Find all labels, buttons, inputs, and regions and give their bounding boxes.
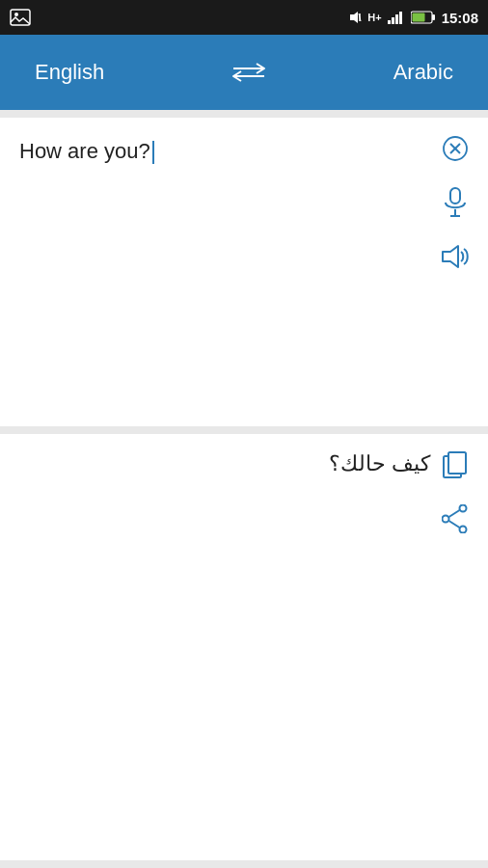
- svg-rect-6: [392, 17, 394, 24]
- svg-rect-5: [388, 20, 391, 24]
- output-text: كيف حالك؟: [19, 451, 430, 476]
- mic-button[interactable]: [436, 183, 474, 222]
- svg-rect-17: [450, 188, 460, 203]
- clear-button[interactable]: [436, 129, 474, 168]
- clear-icon: [442, 135, 469, 162]
- speaker-button[interactable]: [436, 237, 474, 276]
- copy-icon: [442, 450, 469, 479]
- source-lang-button[interactable]: English: [19, 52, 120, 93]
- copy-button[interactable]: [436, 446, 474, 484]
- status-bar-right: H+ 15:08: [348, 10, 478, 26]
- svg-marker-20: [443, 246, 458, 267]
- svg-rect-11: [412, 14, 424, 22]
- svg-point-1: [14, 13, 18, 16]
- svg-point-25: [460, 527, 467, 533]
- svg-rect-10: [432, 14, 435, 20]
- swap-languages-button[interactable]: [224, 53, 274, 92]
- mute-icon: [348, 11, 362, 24]
- svg-line-26: [449, 510, 460, 517]
- status-bar: H+ 15:08: [0, 0, 488, 35]
- signal-icon: [388, 11, 405, 24]
- input-actions: [436, 129, 474, 276]
- share-icon: [442, 504, 469, 533]
- network-type-icon: H+: [367, 12, 381, 23]
- main-content: How are you?: [0, 110, 488, 868]
- battery-icon: [411, 11, 436, 24]
- text-cursor: [152, 141, 154, 164]
- status-time: 15:08: [442, 10, 478, 26]
- svg-rect-0: [11, 10, 30, 25]
- share-button[interactable]: [436, 500, 474, 538]
- status-bar-left: [10, 9, 31, 26]
- input-text: How are you?: [19, 139, 150, 163]
- target-lang-button[interactable]: Arabic: [378, 52, 469, 93]
- svg-line-27: [449, 521, 460, 528]
- svg-rect-7: [395, 14, 398, 24]
- svg-rect-22: [448, 452, 466, 474]
- output-panel: كيف حالك؟: [0, 434, 488, 860]
- app-header: English Arabic: [0, 35, 488, 110]
- output-actions: [436, 446, 474, 538]
- svg-point-24: [443, 516, 449, 523]
- speaker-icon: [441, 243, 470, 270]
- svg-point-23: [460, 505, 467, 512]
- swap-icon: [231, 61, 266, 84]
- svg-marker-2: [350, 12, 358, 23]
- gallery-icon: [10, 9, 31, 26]
- mic-icon: [442, 187, 469, 218]
- input-panel: How are you?: [0, 118, 488, 426]
- svg-rect-8: [399, 12, 402, 24]
- input-text-area[interactable]: How are you?: [19, 135, 430, 167]
